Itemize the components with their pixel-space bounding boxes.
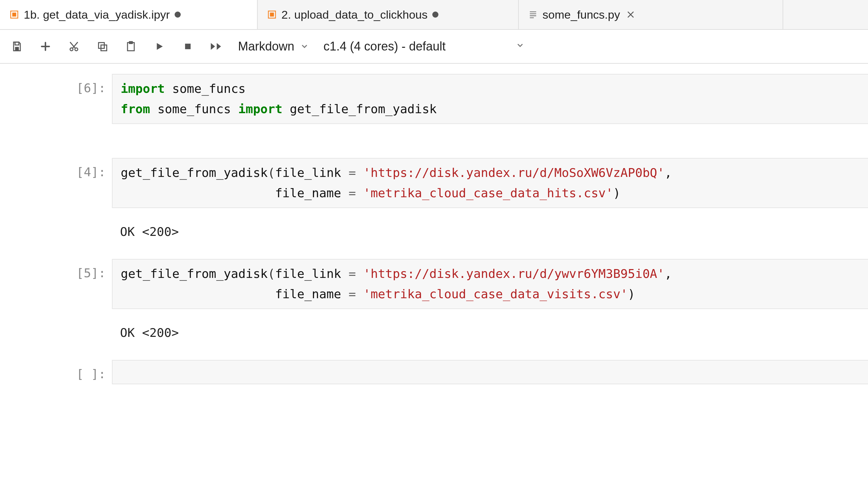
stop-button[interactable] bbox=[181, 40, 195, 53]
prompt-label: [6]: bbox=[0, 74, 112, 124]
paste-button[interactable] bbox=[124, 40, 138, 53]
svg-rect-3 bbox=[270, 13, 274, 17]
code-cell[interactable]: [6]: import some_funcs from some_funcs i… bbox=[0, 74, 868, 124]
cut-button[interactable] bbox=[67, 40, 81, 53]
tab-label: 2. upload_data_to_clickhous bbox=[281, 8, 428, 21]
add-cell-button[interactable] bbox=[39, 40, 52, 53]
svg-rect-12 bbox=[185, 44, 191, 49]
code-input[interactable]: get_file_from_yadisk(file_link = 'https:… bbox=[112, 158, 868, 208]
tab-bar-filler bbox=[783, 0, 868, 29]
output-prompt bbox=[0, 319, 112, 343]
tab-notebook-1[interactable]: 1b. get_data_via_yadisk.ipyr bbox=[0, 0, 258, 29]
notebook-area: [6]: import some_funcs from some_funcs i… bbox=[0, 64, 868, 384]
notebook-icon bbox=[267, 10, 277, 19]
text-file-icon bbox=[528, 10, 538, 19]
code-cell[interactable]: [4]: get_file_from_yadisk(file_link = 'h… bbox=[0, 158, 868, 208]
run-all-button[interactable] bbox=[210, 40, 223, 53]
output-prompt bbox=[0, 218, 112, 242]
run-button[interactable] bbox=[153, 40, 166, 53]
prompt-label: [5]: bbox=[0, 259, 112, 309]
code-cell[interactable]: [5]: get_file_from_yadisk(file_link = 'h… bbox=[0, 259, 868, 309]
save-button[interactable] bbox=[10, 40, 24, 53]
code-input[interactable]: import some_funcs from some_funcs import… bbox=[112, 74, 868, 124]
cell-type-select[interactable]: Markdown bbox=[238, 39, 309, 54]
notebook-icon bbox=[9, 10, 19, 19]
code-input[interactable]: get_file_from_yadisk(file_link = 'https:… bbox=[112, 259, 868, 309]
code-input[interactable] bbox=[112, 360, 868, 384]
cell-type-label: Markdown bbox=[238, 39, 294, 54]
tab-label: 1b. get_data_via_yadisk.ipyr bbox=[24, 8, 170, 21]
tab-label: some_funcs.py bbox=[542, 8, 620, 21]
unsaved-dot-icon bbox=[432, 12, 438, 18]
kernel-label: c1.4 (4 cores) - default bbox=[323, 39, 446, 54]
close-icon[interactable] bbox=[625, 9, 636, 20]
copy-button[interactable] bbox=[96, 40, 109, 53]
cell-output: OK <200> bbox=[112, 218, 868, 242]
tab-notebook-2[interactable]: 2. upload_data_to_clickhous bbox=[258, 0, 519, 29]
chevron-down-icon bbox=[300, 39, 309, 54]
svg-rect-1 bbox=[12, 13, 16, 17]
cell-output-row: OK <200> bbox=[0, 218, 868, 242]
prompt-label: [ ]: bbox=[0, 360, 112, 384]
code-cell[interactable]: [ ]: bbox=[0, 360, 868, 384]
tab-python-file[interactable]: some_funcs.py bbox=[519, 0, 783, 29]
unsaved-dot-icon bbox=[175, 12, 181, 18]
chevron-down-icon[interactable] bbox=[516, 41, 524, 52]
svg-rect-5 bbox=[15, 47, 19, 50]
kernel-select[interactable]: c1.4 (4 cores) - default bbox=[323, 39, 446, 54]
tab-bar: 1b. get_data_via_yadisk.ipyr 2. upload_d… bbox=[0, 0, 868, 30]
cell-output-row: OK <200> bbox=[0, 319, 868, 343]
notebook-toolbar: Markdown c1.4 (4 cores) - default bbox=[0, 30, 868, 64]
prompt-label: [4]: bbox=[0, 158, 112, 208]
cell-output: OK <200> bbox=[112, 319, 868, 343]
svg-rect-4 bbox=[15, 42, 19, 45]
